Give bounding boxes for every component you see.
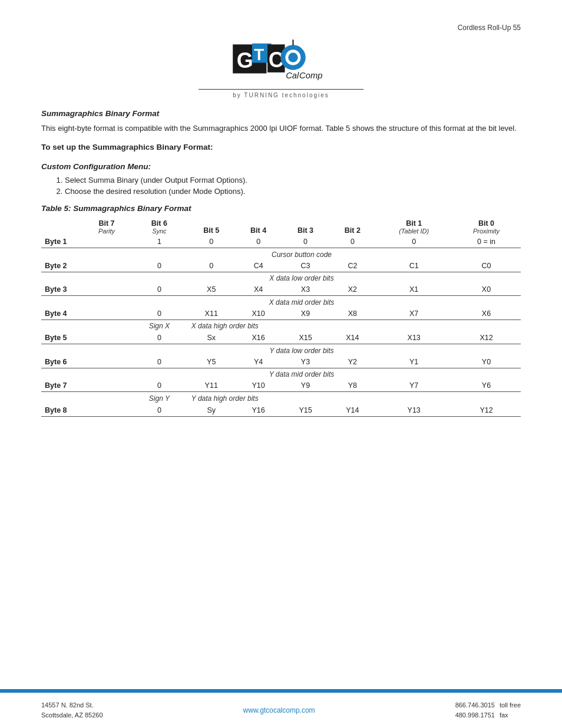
config-step-2: Choose the desired resolution (under Mod… (65, 187, 521, 196)
col-bit4: Bit 4 (235, 218, 282, 236)
table-span-label: X data low order bits (82, 272, 521, 284)
table-cell (82, 404, 131, 417)
footer: 14557 N. 82nd St. Scottsdale, AZ 85260 w… (0, 693, 562, 728)
table-cell: Sy (188, 404, 235, 417)
table-cell: Y3 (282, 356, 329, 368)
table-cell: Y10 (235, 380, 282, 392)
table-cell: C3 (282, 260, 329, 272)
table-row-label: Byte 4 (41, 308, 82, 320)
phone-number: 866.746.3015 (455, 700, 495, 711)
binary-format-table: Bit 7 Parity Bit 6 Sync Bit 5 Bit 4 Bit … (41, 218, 521, 417)
table-span-label: Y data low order bits (82, 345, 521, 356)
config-steps: Select Summa Binary (under Output Format… (65, 176, 521, 196)
table-cell: Y13 (376, 404, 452, 417)
table-row (41, 416, 521, 417)
tagline: by TURNING technologies (41, 92, 521, 98)
table-row: Y data mid order bits (41, 368, 521, 380)
table-cell (82, 236, 131, 248)
table-cell: Y15 (282, 404, 329, 417)
table-cell: 0 (131, 356, 188, 368)
footer-fax-row: 480.998.1751 fax (455, 710, 521, 721)
table-cell: Y11 (188, 380, 235, 392)
table-cell: Y14 (329, 404, 376, 417)
col-bit5: Bit 5 (188, 218, 235, 236)
table-cell: 0 = in (452, 236, 521, 248)
logo-divider (199, 89, 363, 90)
table-row: Byte 40X11X10X9X8X7X6 (41, 308, 521, 320)
table-cell: Y8 (329, 380, 376, 392)
fax-label: fax (500, 710, 508, 721)
page-title: Cordless Roll-Up 55 (458, 24, 521, 32)
table-span2-label2: X data high order bits (188, 320, 521, 332)
table-cell: 0 (188, 260, 235, 272)
table-cell: 0 (131, 284, 188, 296)
svg-text:Cal: Cal (286, 71, 299, 80)
table-cell: X3 (282, 284, 329, 296)
table-cell: Y9 (282, 380, 329, 392)
table-cell (82, 380, 131, 392)
table-row: Byte 11000000 = in (41, 236, 521, 248)
table-cell: Y6 (452, 380, 521, 392)
table-cell: Sx (188, 332, 235, 344)
table-cell: X13 (376, 332, 452, 344)
table-span2-label1: Sign Y (131, 393, 188, 404)
table-cell: 0 (131, 404, 188, 417)
table-cell: Y16 (235, 404, 282, 417)
table-cell (82, 308, 131, 320)
table-row: Y data low order bits (41, 345, 521, 356)
table-cell: 0 (188, 236, 235, 248)
logo-area: G T C Cal Comp by TURNING technologies (41, 38, 521, 98)
address-line1: 14557 N. 82nd St. (41, 701, 94, 709)
table-span-label: Cursor button code (82, 249, 521, 260)
svg-text:Comp: Comp (299, 71, 322, 80)
table-cell: C0 (452, 260, 521, 272)
svg-text:T: T (254, 45, 264, 64)
table-cell: X1 (376, 284, 452, 296)
table-cell (82, 332, 131, 344)
section3-title: Custom Configuration Menu: (41, 162, 521, 171)
table-cell: C4 (235, 260, 282, 272)
table-span-label: Y data mid order bits (82, 368, 521, 380)
table-cell (82, 356, 131, 368)
footer-phone-row: 866.746.3015 toll free (455, 700, 521, 711)
table-cell: Y4 (235, 356, 282, 368)
col-bit6: Bit 6 Sync (131, 218, 188, 236)
table-row: Sign YY data high order bits (41, 393, 521, 404)
table-span2-label2: Y data high order bits (188, 393, 521, 404)
table-cell (82, 284, 131, 296)
table-row: Byte 80SyY16Y15Y14Y13Y12 (41, 404, 521, 417)
table-cell: 0 (235, 236, 282, 248)
table-cell: X15 (282, 332, 329, 344)
svg-text:G: G (237, 48, 253, 73)
table-cell: X11 (188, 308, 235, 320)
table-cell: Y5 (188, 356, 235, 368)
section1-body: This eight-byte format is compatible wit… (41, 123, 521, 134)
table-row-label: Byte 7 (41, 380, 82, 392)
table-cell: 0 (131, 380, 188, 392)
table-cell: 0 (329, 236, 376, 248)
table-cell: 0 (282, 236, 329, 248)
col-bit3: Bit 3 (282, 218, 329, 236)
footer-contact: 866.746.3015 toll free 480.998.1751 fax (455, 700, 521, 721)
col-bit7: Bit 7 Parity (82, 218, 131, 236)
table-cell: 0 (131, 260, 188, 272)
table-row: Sign XX data high order bits (41, 320, 521, 332)
table-cell (82, 260, 131, 272)
phone-label: toll free (500, 700, 521, 711)
table-span-label: X data mid order bits (82, 297, 521, 308)
col-bit0: Bit 0 Proximity (452, 218, 521, 236)
page-header-label: Cordless Roll-Up 55 (41, 24, 521, 32)
address-line2: Scottsdale, AZ 85260 (41, 711, 103, 719)
table-cell: X4 (235, 284, 282, 296)
logo: G T C Cal Comp (228, 38, 334, 85)
table-row-label: Byte 6 (41, 356, 82, 368)
table-cell: 0 (376, 236, 452, 248)
table-cell: Y0 (452, 356, 521, 368)
table-cell: C2 (329, 260, 376, 272)
table-cell: Y12 (452, 404, 521, 417)
table-row: Byte 200C4C3C2C1C0 (41, 260, 521, 272)
table-cell: X8 (329, 308, 376, 320)
table-row-label: Byte 3 (41, 284, 82, 296)
table-row-label: Byte 8 (41, 404, 82, 417)
table-cell: X7 (376, 308, 452, 320)
